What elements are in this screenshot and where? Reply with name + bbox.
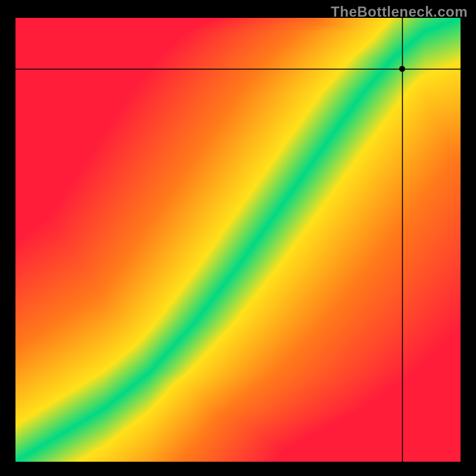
watermark-label: TheBottleneck.com <box>331 4 468 20</box>
heatmap-canvas <box>15 18 461 462</box>
chart-frame: TheBottleneck.com <box>0 0 476 476</box>
